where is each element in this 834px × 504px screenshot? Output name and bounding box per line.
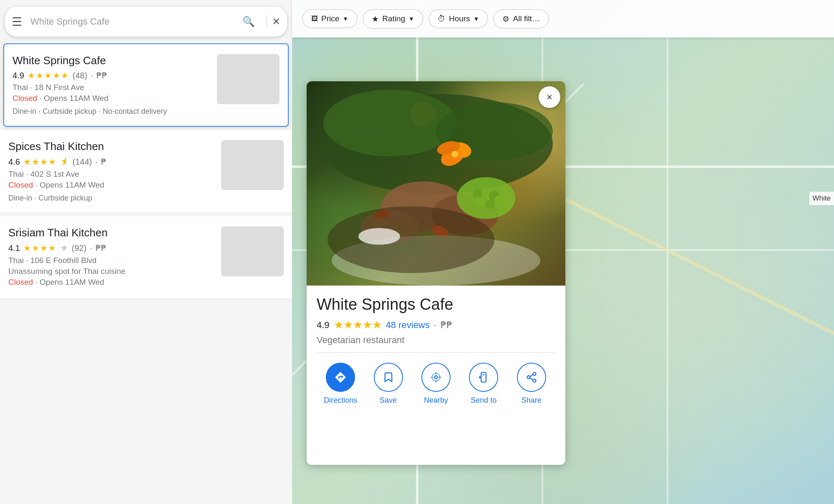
result-1-address: Thai · 18 N First Ave: [13, 83, 210, 92]
svg-point-27: [328, 206, 494, 273]
save-action[interactable]: Save: [368, 363, 409, 405]
svg-point-28: [434, 376, 437, 379]
detail-price: ₱₱: [441, 320, 452, 331]
hours-filter-icon: ⏱: [438, 14, 446, 23]
result-3-name: Srisiam Thai Kitchen: [8, 226, 214, 239]
menu-icon[interactable]: ☰: [12, 15, 22, 29]
svg-point-13: [457, 177, 515, 219]
share-action[interactable]: Share: [511, 363, 552, 405]
svg-point-29: [432, 374, 440, 381]
result-2-address: Thai · 402 S 1st Ave: [8, 170, 214, 179]
search-text: White Springs Cafe: [30, 16, 242, 27]
send-to-action[interactable]: Send to: [463, 363, 504, 405]
svg-point-18: [486, 200, 495, 209]
price-filter-label: Price: [321, 14, 339, 23]
result-card-1[interactable]: White Springs Cafe 4.9 ★★★★★ (48) · ₱₱ T…: [3, 43, 289, 127]
clear-search-icon[interactable]: ✕: [272, 16, 280, 28]
svg-line-40: [530, 375, 533, 377]
rating-filter-arrow: ▼: [408, 15, 414, 22]
directions-action[interactable]: Directions: [320, 363, 361, 405]
search-bar: ☰ White Springs Cafe 🔍 ✕: [5, 7, 287, 37]
all-filters-icon: ⚙: [502, 14, 509, 24]
result-2-rating-row: 4.6 ★★★★⯨ (144) · ₱: [8, 156, 214, 167]
result-2-opens: · Opens 11AM Wed: [35, 181, 104, 189]
send-to-icon-circle: [469, 363, 498, 392]
result-3-closed: Closed: [8, 278, 33, 286]
svg-point-14: [473, 189, 483, 199]
share-label: Share: [522, 396, 542, 405]
save-icon-circle: [374, 363, 403, 392]
result-2-services: Dine-in · Curbside pickup: [8, 194, 214, 203]
svg-point-8: [323, 90, 457, 156]
detail-rating-row: 4.9 ★★★★★ 48 reviews · ₱₱: [317, 318, 555, 331]
result-3-description: Unassuming spot for Thai cuisine: [8, 267, 214, 276]
result-2-status: Closed · Opens 11AM Wed: [8, 181, 214, 190]
result-1-photo: [217, 54, 280, 104]
hours-filter-label: Hours: [449, 14, 470, 23]
close-detail-button[interactable]: ×: [539, 86, 560, 108]
result-card-2[interactable]: Spices Thai Kitchen 4.6 ★★★★⯨ (144) · ₱ …: [0, 130, 292, 213]
result-1-rating-row: 4.9 ★★★★★ (48) · ₱₱: [13, 70, 210, 80]
detail-place-name: White Springs Cafe: [317, 296, 555, 313]
svg-rect-34: [481, 372, 486, 382]
svg-line-39: [530, 378, 533, 380]
price-filter-arrow: ▼: [343, 15, 348, 22]
detail-image: ×: [307, 81, 565, 286]
result-2-price-val: ₱: [101, 157, 106, 167]
result-2-image: [221, 140, 284, 190]
result-1-price-val: ₱₱: [96, 70, 107, 80]
result-card-3-content: Srisiam Thai Kitchen 4.1 ★★★★★ (92) · ₱₱…: [8, 226, 214, 288]
result-2-stars: ★★★★: [23, 157, 57, 167]
detail-reviews-link[interactable]: 48 reviews: [386, 320, 430, 331]
result-1-opens: · Opens 11AM Wed: [39, 94, 108, 103]
result-2-reviews: (144): [73, 157, 92, 167]
svg-point-38: [533, 379, 536, 382]
result-card-3[interactable]: Srisiam Thai Kitchen 4.1 ★★★★★ (92) · ₱₱…: [0, 216, 292, 299]
result-3-photo: [221, 226, 284, 276]
detail-price-separator: ·: [434, 320, 436, 331]
result-3-price: ·: [90, 243, 92, 253]
rating-filter-icon: ★: [372, 14, 379, 24]
result-2-closed: Closed: [8, 181, 33, 189]
place-detail-panel: × White Springs Cafe 4.9 ★★★★★ 48 review…: [307, 81, 565, 465]
result-1-price: ·: [91, 71, 93, 80]
result-2-price: ·: [96, 157, 98, 167]
result-3-address: Thai · 106 E Foothill Blvd: [8, 256, 214, 265]
search-divider: [267, 15, 267, 28]
result-3-price-val: ₱₱: [96, 243, 106, 253]
nearby-action[interactable]: Nearby: [415, 363, 457, 405]
close-icon: ×: [547, 91, 552, 103]
search-icon[interactable]: 🔍: [242, 16, 255, 28]
result-2-name: Spices Thai Kitchen: [8, 140, 214, 153]
svg-point-23: [451, 151, 458, 158]
result-3-rating: 4.1: [8, 243, 20, 253]
result-1-stars: ★★★★★: [28, 70, 69, 80]
detail-divider: [317, 352, 555, 353]
result-1-status: Closed · Opens 11AM Wed: [13, 94, 210, 103]
result-1-image: [217, 54, 280, 104]
detail-rating: 4.9: [317, 320, 330, 331]
detail-type: Vegetarian restaurant: [317, 335, 555, 346]
map-edge-label: White: [809, 192, 834, 205]
price-filter-button[interactable]: 🖼 Price ▼: [302, 9, 358, 28]
send-to-label: Send to: [471, 396, 496, 405]
result-3-image: [221, 226, 284, 276]
nearby-icon-circle: [421, 363, 451, 392]
directions-icon-circle: [326, 363, 355, 392]
result-3-stars: ★★★★: [23, 243, 57, 253]
svg-point-17: [475, 197, 485, 207]
result-1-services: Dine-in · Curbside pickup · No-contact d…: [13, 107, 210, 116]
svg-point-37: [527, 376, 530, 379]
food-photo: [307, 81, 565, 286]
rating-filter-button[interactable]: ★ Rating ▼: [363, 9, 423, 29]
filter-bar: 🖼 Price ▼ ★ Rating ▼ ⏱ Hours ▼ ⚙ All fil…: [292, 0, 834, 38]
share-icon-circle: [517, 363, 546, 392]
detail-content: White Springs Cafe 4.9 ★★★★★ 48 reviews …: [307, 286, 565, 415]
hours-filter-button[interactable]: ⏱ Hours ▼: [428, 9, 489, 28]
sidebar: ☰ White Springs Cafe 🔍 ✕ White Springs C…: [0, 0, 292, 504]
all-filters-label: All filt…: [513, 14, 539, 23]
detail-stars: ★★★★★: [334, 318, 382, 331]
save-label: Save: [380, 396, 397, 405]
action-buttons: Directions Save: [317, 359, 555, 408]
all-filters-button[interactable]: ⚙ All filt…: [493, 9, 549, 29]
